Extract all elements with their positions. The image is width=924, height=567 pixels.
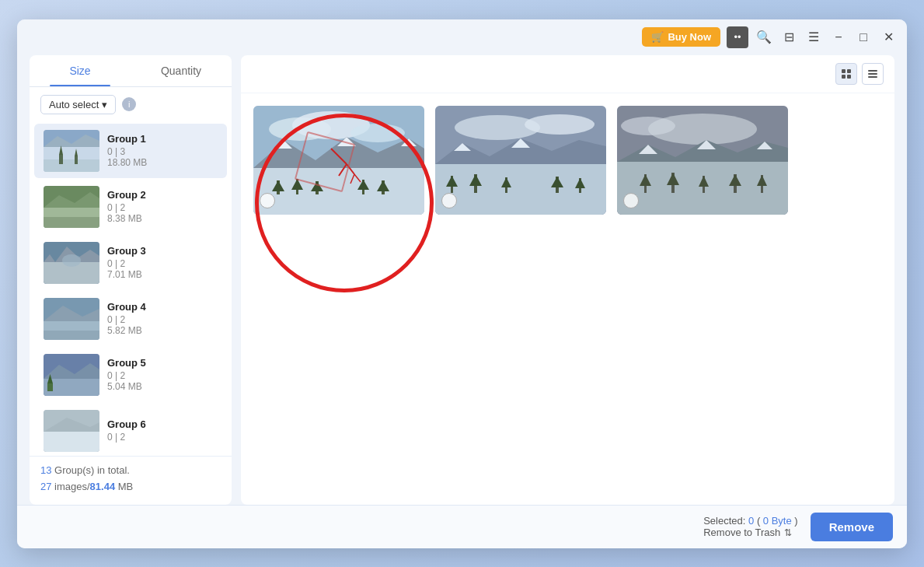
group-4-stats: 0 | 2 5.82 MB: [107, 314, 218, 336]
svg-rect-31: [847, 75, 851, 79]
footer-text: 13 Group(s) in total.: [40, 463, 221, 479]
group-6-name: Group 6: [107, 418, 218, 430]
list-item[interactable]: Group 2 0 | 2 8.38 MB: [34, 180, 227, 234]
group-1-name: Group 1: [107, 133, 218, 145]
group-5-info: Group 5 0 | 2 5.04 MB: [107, 357, 218, 392]
group-list: Group 1 0 | 3 18.80 MB: [30, 122, 232, 456]
group-5-stats: 0 | 2 5.04 MB: [107, 370, 218, 392]
svg-rect-3: [44, 159, 99, 172]
selection-info: Selected: 0 ( 0 Byte ) Remove to Trash ⇅: [703, 515, 797, 538]
sidebar-footer: 13 Group(s) in total. 27 images/81.44 MB: [30, 456, 232, 499]
svg-rect-28: [842, 69, 846, 73]
svg-rect-4: [59, 155, 63, 164]
content-area: Size Quantity Auto select ▾ i: [17, 55, 907, 505]
group-5-thumb: [44, 354, 99, 396]
minimize-button[interactable]: −: [829, 28, 848, 47]
main-toolbar: [241, 55, 894, 93]
list-view-button[interactable]: [862, 63, 884, 85]
group-1-thumb: [44, 130, 99, 172]
svg-rect-26: [44, 432, 99, 452]
main-panel: [241, 55, 894, 505]
images-grid: [241, 93, 894, 505]
group-2-thumb: [44, 186, 99, 228]
cart-icon: 🛒: [651, 31, 664, 43]
image-card[interactable]: [617, 106, 788, 215]
list-item[interactable]: Group 1 0 | 3 18.80 MB: [34, 124, 227, 178]
group-2-info: Group 2 0 | 2 8.38 MB: [107, 189, 218, 224]
search-button[interactable]: 🔍: [755, 28, 773, 47]
group-3-name: Group 3: [107, 245, 218, 257]
footer-size-text: 27 images/81.44 MB: [40, 479, 221, 495]
image-card-container-1: [253, 106, 424, 215]
auto-select-label: Auto select: [49, 99, 99, 110]
svg-rect-34: [868, 76, 877, 78]
list-item[interactable]: Group 3 0 | 2 7.01 MB: [34, 236, 227, 290]
select-circle-1[interactable]: [260, 193, 275, 208]
group-4-info: Group 4 0 | 2 5.82 MB: [107, 301, 218, 336]
image-card[interactable]: [435, 106, 606, 215]
tab-quantity[interactable]: Quantity: [131, 55, 232, 86]
tab-size[interactable]: Size: [30, 55, 131, 86]
group-6-stats: 0 | 2: [107, 432, 218, 443]
group-2-name: Group 2: [107, 189, 218, 201]
svg-point-61: [525, 114, 594, 135]
image-card[interactable]: [253, 106, 424, 215]
remove-button[interactable]: Remove: [811, 513, 893, 541]
group-6-info: Group 6 0 | 2: [107, 418, 218, 443]
group-3-stats: 0 | 2 7.01 MB: [107, 258, 218, 280]
svg-rect-19: [44, 331, 99, 340]
selected-count-text: Selected: 0 ( 0 Byte ): [703, 515, 797, 527]
group-3-thumb: [44, 242, 99, 284]
info-icon[interactable]: i: [122, 97, 136, 111]
remove-to-trash-option[interactable]: Remove to Trash ⇅: [703, 527, 797, 538]
maximize-button[interactable]: □: [854, 28, 873, 47]
sort-arrows-icon: ⇅: [784, 527, 792, 538]
remove-to-trash-label: Remove to Trash: [703, 527, 780, 538]
tab-bar: Size Quantity: [30, 55, 232, 87]
chevron-down-icon: ▾: [102, 99, 107, 110]
select-circle-3[interactable]: [623, 193, 639, 208]
titlebar: 🛒 Buy Now •• 🔍 ⊟ ☰ − □ ✕: [17, 19, 907, 55]
group-6-thumb: [44, 410, 99, 452]
bottom-bar: Selected: 0 ( 0 Byte ) Remove to Trash ⇅…: [17, 505, 907, 548]
svg-rect-11: [44, 217, 99, 228]
svg-point-78: [621, 117, 675, 135]
svg-rect-32: [868, 70, 877, 72]
svg-point-38: [350, 124, 405, 142]
app-window: 🛒 Buy Now •• 🔍 ⊟ ☰ − □ ✕ Size Quantity A…: [17, 19, 907, 548]
svg-rect-6: [75, 156, 78, 164]
buy-now-button[interactable]: 🛒 Buy Now: [642, 27, 720, 47]
sidebar: Size Quantity Auto select ▾ i: [30, 55, 232, 505]
close-button[interactable]: ✕: [879, 28, 898, 47]
group-1-info: Group 1 0 | 3 18.80 MB: [107, 133, 218, 168]
app-icon: ••: [727, 26, 748, 48]
select-circle-2[interactable]: [441, 193, 457, 208]
svg-rect-30: [842, 75, 846, 79]
group-4-name: Group 4: [107, 301, 218, 313]
svg-point-15: [62, 254, 81, 267]
list-item[interactable]: Group 6 0 | 2: [34, 404, 227, 456]
grid-view-button[interactable]: [835, 63, 857, 85]
list-item[interactable]: Group 5 0 | 2 5.04 MB: [34, 348, 227, 402]
group-4-thumb: [44, 298, 99, 340]
group-5-name: Group 5: [107, 357, 218, 369]
auto-select-button[interactable]: Auto select ▾: [40, 95, 116, 114]
buy-now-label: Buy Now: [668, 31, 711, 43]
svg-rect-33: [868, 73, 877, 75]
monitor-button[interactable]: ⊟: [779, 28, 798, 47]
svg-rect-23: [47, 383, 53, 391]
group-1-stats: 0 | 3 18.80 MB: [107, 146, 218, 168]
menu-button[interactable]: ☰: [804, 28, 823, 47]
group-3-info: Group 3 0 | 2 7.01 MB: [107, 245, 218, 280]
svg-rect-29: [847, 69, 851, 73]
group-2-stats: 0 | 2 8.38 MB: [107, 202, 218, 224]
auto-select-row: Auto select ▾ i: [30, 87, 232, 122]
list-item[interactable]: Group 4 0 | 2 5.82 MB: [34, 292, 227, 346]
